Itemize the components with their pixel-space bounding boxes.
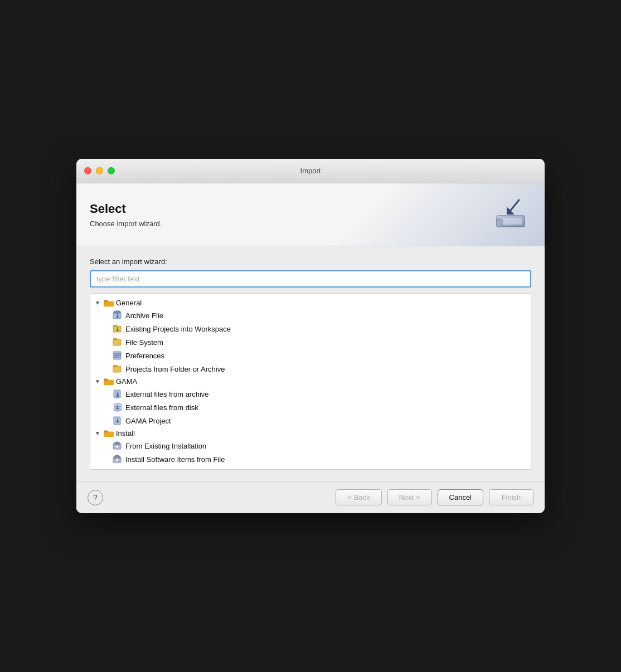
svg-rect-6 bbox=[104, 300, 108, 302]
svg-rect-4 bbox=[497, 219, 502, 227]
item-projects-from-folder[interactable]: Projects from Folder or Archive bbox=[108, 362, 531, 376]
svg-rect-22 bbox=[113, 365, 117, 367]
group-gama: ▼ GAMA bbox=[90, 376, 531, 427]
group-header-general[interactable]: ▼ General bbox=[90, 297, 531, 309]
item-label-file-system: File System bbox=[125, 338, 163, 347]
group-children-install: From Existing Installation Inst bbox=[90, 439, 531, 466]
finish-button[interactable]: Finish bbox=[489, 489, 533, 505]
external-disk-icon bbox=[113, 402, 123, 412]
footer: ? < Back Next > Cancel Finish bbox=[76, 481, 545, 513]
item-existing-projects[interactable]: Existing Projects into Workspace bbox=[108, 322, 531, 335]
svg-rect-34 bbox=[114, 417, 120, 425]
existing-projects-icon bbox=[113, 324, 123, 334]
item-label-preferences: Preferences bbox=[125, 352, 164, 360]
close-button[interactable] bbox=[84, 167, 91, 174]
folder-icon-gama bbox=[104, 378, 114, 386]
external-archive-icon bbox=[113, 389, 123, 399]
from-existing-icon bbox=[113, 441, 123, 451]
item-label-from-existing: From Existing Installation bbox=[125, 442, 206, 450]
chevron-general: ▼ bbox=[95, 300, 101, 306]
item-label-external-disk: External files from disk bbox=[125, 403, 198, 412]
group-header-gama[interactable]: ▼ GAMA bbox=[90, 376, 531, 387]
group-general: ▼ General bbox=[90, 297, 531, 376]
svg-rect-24 bbox=[104, 378, 108, 381]
svg-rect-38 bbox=[104, 430, 108, 432]
item-archive-file[interactable]: Archive File bbox=[108, 309, 531, 322]
svg-rect-16 bbox=[113, 338, 117, 340]
group-label-install: Install bbox=[116, 429, 135, 437]
import-wizard-icon bbox=[491, 194, 531, 235]
header-section: Select Choose import wizard. bbox=[76, 183, 545, 246]
wizard-tree: ▼ General bbox=[90, 293, 531, 470]
help-button[interactable]: ? bbox=[88, 490, 103, 505]
item-label-install-software: Install Software Items from File bbox=[125, 455, 225, 464]
filter-input[interactable] bbox=[90, 270, 531, 288]
header-subtext: Choose import wizard. bbox=[90, 220, 162, 228]
next-button[interactable]: Next > bbox=[387, 489, 432, 505]
group-children-general: Archive File Existing Projects bbox=[90, 309, 531, 376]
item-label-gama-project: GAMA Project bbox=[125, 417, 171, 425]
group-header-install[interactable]: ▼ Install bbox=[90, 427, 531, 439]
wizard-label: Select an import wizard: bbox=[90, 257, 531, 266]
item-external-archive[interactable]: External files from archive bbox=[108, 387, 531, 401]
folder-icon-install bbox=[104, 430, 114, 437]
item-label-external-archive: External files from archive bbox=[125, 390, 209, 398]
minimize-button[interactable] bbox=[96, 167, 103, 174]
item-label-projects-from-folder: Projects from Folder or Archive bbox=[125, 365, 225, 373]
group-label-general: General bbox=[116, 299, 142, 307]
folder-icon-general bbox=[104, 299, 114, 307]
item-label-archive-file: Archive File bbox=[125, 311, 163, 320]
item-preferences[interactable]: Preferences bbox=[108, 349, 531, 362]
header-heading: Select bbox=[90, 202, 162, 216]
cancel-button[interactable]: Cancel bbox=[438, 489, 483, 505]
gama-project-icon bbox=[113, 416, 123, 426]
group-children-gama: External files from archive bbox=[90, 387, 531, 427]
item-from-existing[interactable]: From Existing Installation bbox=[108, 439, 531, 452]
preferences-icon bbox=[113, 350, 123, 361]
install-software-icon bbox=[113, 454, 123, 464]
traffic-lights bbox=[84, 167, 115, 174]
file-system-icon bbox=[113, 337, 123, 347]
svg-rect-8 bbox=[114, 311, 120, 313]
group-label-gama: GAMA bbox=[116, 377, 137, 386]
item-label-existing-projects: Existing Projects into Workspace bbox=[125, 325, 231, 333]
item-gama-project[interactable]: GAMA Project bbox=[108, 414, 531, 427]
svg-rect-25 bbox=[114, 390, 120, 398]
window-title: Import bbox=[300, 167, 321, 175]
import-dialog: Import Select Choose import wizard. bbox=[76, 159, 545, 513]
chevron-install: ▼ bbox=[95, 430, 101, 436]
help-icon: ? bbox=[93, 493, 98, 502]
archive-file-icon bbox=[113, 310, 123, 320]
header-text: Select Choose import wizard. bbox=[90, 202, 162, 228]
main-content: Select an import wizard: ▼ General bbox=[76, 246, 545, 481]
item-install-software[interactable]: Install Software Items from File bbox=[108, 452, 531, 466]
group-install: ▼ Install bbox=[90, 427, 531, 466]
maximize-button[interactable] bbox=[108, 167, 115, 174]
item-file-system[interactable]: File System bbox=[108, 335, 531, 349]
chevron-gama: ▼ bbox=[95, 378, 101, 384]
svg-rect-12 bbox=[113, 325, 117, 327]
item-external-disk[interactable]: External files from disk bbox=[108, 401, 531, 414]
back-button[interactable]: < Back bbox=[336, 489, 381, 505]
projects-folder-icon bbox=[113, 364, 123, 374]
title-bar: Import bbox=[76, 159, 545, 183]
